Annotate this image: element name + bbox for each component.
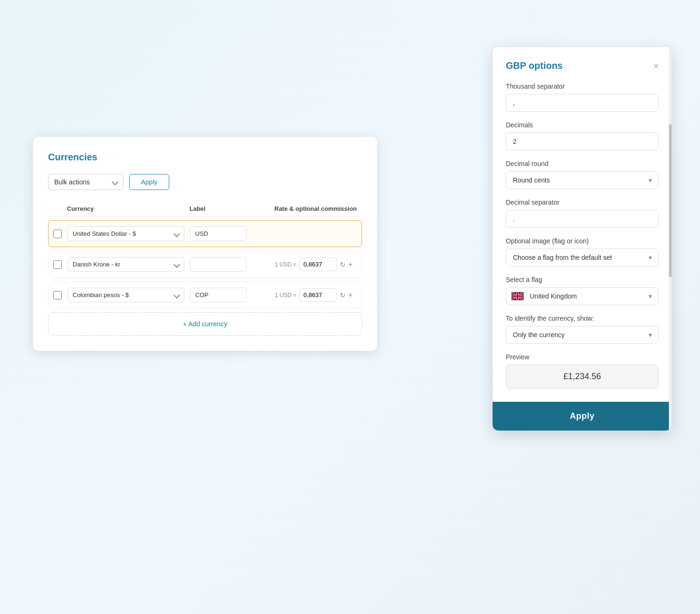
decimal-separator-input[interactable] [506, 210, 659, 228]
table-row: Danish Krone - kr 1 USD = ↻ + [48, 251, 362, 278]
decimals-label: Decimals [506, 121, 659, 129]
scrollbar-track[interactable] [669, 47, 672, 431]
rate-label-dkk: 1 USD = [275, 261, 296, 268]
identify-currency-group: To identify the currency, show: Only the… [506, 315, 659, 344]
optional-image-label: Optional image (flag or icon) [506, 237, 659, 245]
col-header-checkbox [48, 205, 67, 212]
decimal-round-label: Decimal round [506, 160, 659, 167]
preview-section: Preview £1,234.56 [506, 353, 659, 389]
chevron-down-icon [112, 179, 118, 185]
currencies-panel: Currencies Bulk actions Apply Currency L… [33, 137, 377, 351]
refresh-icon[interactable]: ↻ [340, 261, 346, 268]
decimal-round-select-wrapper: Round cents Round up Round down No round… [506, 171, 659, 189]
row-checkbox-cop[interactable] [53, 291, 62, 299]
currency-select-usd[interactable]: United States Dollar - $ [67, 226, 184, 241]
thousand-separator-label: Thousand separator [506, 83, 659, 90]
row-checkbox-dkk[interactable] [53, 260, 62, 269]
col-header-label: Label [189, 205, 274, 212]
col-header-currency: Currency [67, 205, 189, 212]
col-header-rate: Rate & optional commission [274, 205, 362, 212]
plus-icon[interactable]: + [348, 260, 353, 269]
rate-area-cop: 1 USD = ↻ + [275, 288, 362, 302]
optional-image-select-wrapper: Choose a flag from the default set Uploa… [506, 249, 659, 266]
apply-button[interactable]: Apply [493, 402, 672, 431]
gbp-panel-title: GBP options [506, 60, 563, 71]
currency-select-dkk[interactable]: Danish Krone - kr [67, 257, 184, 272]
decimals-input[interactable] [506, 133, 659, 150]
optional-image-group: Optional image (flag or icon) Choose a f… [506, 237, 659, 266]
label-input-dkk[interactable] [190, 257, 247, 272]
optional-image-select[interactable]: Choose a flag from the default set Uploa… [506, 249, 659, 266]
gbp-options-panel: GBP options × Thousand separator Decimal… [493, 47, 672, 431]
bulk-actions-dropdown[interactable]: Bulk actions [48, 174, 124, 190]
currency-select-dkk-label: Danish Krone - kr [73, 261, 120, 268]
plus-icon[interactable]: + [348, 291, 353, 299]
decimals-group: Decimals [506, 121, 659, 150]
currency-select-usd-label: United States Dollar - $ [73, 230, 136, 237]
label-input-usd[interactable] [190, 226, 247, 241]
gbp-panel-content: GBP options × Thousand separator Decimal… [493, 47, 672, 398]
rate-input-dkk[interactable] [299, 257, 337, 271]
select-flag-label: Select a flag [506, 276, 659, 283]
label-input-cop[interactable] [190, 288, 247, 302]
flag-select-wrapper: United Kingdom United States European Un… [506, 287, 659, 305]
table-header: Currency Label Rate & optional commissio… [48, 201, 362, 216]
refresh-icon[interactable]: ↻ [340, 291, 346, 299]
identify-currency-select-wrapper: Only the currency Currency and flag Only… [506, 326, 659, 344]
currency-select-cop-label: Colombian pesos - $ [73, 291, 129, 299]
gbp-panel-header: GBP options × [506, 60, 659, 71]
identify-currency-select[interactable]: Only the currency Currency and flag Only… [506, 326, 659, 344]
bulk-actions-label: Bulk actions [54, 178, 90, 186]
toolbar-apply-button[interactable]: Apply [129, 174, 169, 190]
chevron-down-icon [173, 230, 180, 237]
row-checkbox-usd[interactable] [53, 230, 62, 238]
rate-input-cop[interactable] [299, 288, 337, 302]
decimal-round-select[interactable]: Round cents Round up Round down No round… [506, 171, 659, 189]
table-row: Colombian pesos - $ 1 USD = ↻ + [48, 282, 362, 308]
add-currency-button[interactable]: + Add currency [48, 312, 362, 336]
currency-select-cop[interactable]: Colombian pesos - $ [67, 288, 184, 302]
preview-label: Preview [506, 353, 659, 361]
table-row: United States Dollar - $ [48, 220, 362, 247]
close-button[interactable]: × [653, 62, 659, 70]
identify-currency-label: To identify the currency, show: [506, 315, 659, 322]
chevron-down-icon [173, 291, 180, 298]
thousand-separator-group: Thousand separator [506, 83, 659, 112]
select-flag-group: Select a flag United Kingdom United Stat… [506, 276, 659, 305]
flag-select[interactable]: United Kingdom United States European Un… [506, 287, 659, 305]
decimal-separator-group: Decimal separator [506, 199, 659, 228]
scrollbar-thumb[interactable] [669, 124, 672, 277]
rate-label-cop: 1 USD = [275, 292, 296, 299]
currencies-title: Currencies [48, 152, 362, 163]
thousand-separator-input[interactable] [506, 94, 659, 112]
toolbar: Bulk actions Apply [48, 174, 362, 190]
decimal-separator-label: Decimal separator [506, 199, 659, 206]
chevron-down-icon [173, 261, 180, 267]
decimal-round-group: Decimal round Round cents Round up Round… [506, 160, 659, 189]
preview-value: £1,234.56 [506, 365, 659, 389]
rate-area-dkk: 1 USD = ↻ + [275, 257, 362, 271]
